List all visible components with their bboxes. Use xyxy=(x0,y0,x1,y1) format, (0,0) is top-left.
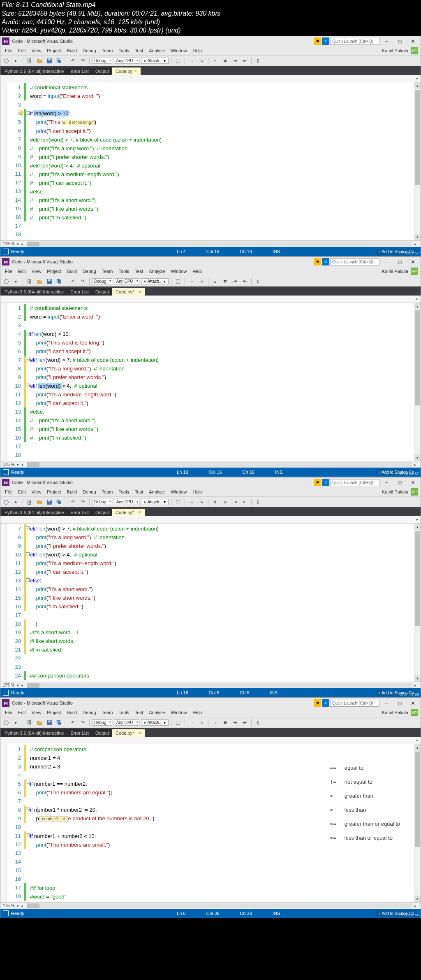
menu-project[interactable]: Project xyxy=(44,489,64,494)
open-file-icon[interactable] xyxy=(35,277,44,286)
undo-icon[interactable]: ↶ xyxy=(69,498,77,506)
minimize-button[interactable]: ─ xyxy=(380,699,393,707)
menu-file[interactable]: File xyxy=(2,710,15,715)
code-content[interactable]: # conditional statementsword = input("En… xyxy=(30,303,421,461)
scroll-left-icon[interactable]: ◂ xyxy=(19,463,25,467)
notification-flag-icon[interactable]: ⚑ xyxy=(314,479,321,486)
scroll-up-icon[interactable]: ▴ xyxy=(414,744,421,751)
scroll-down-icon[interactable]: ▾ xyxy=(414,675,421,682)
menu-build[interactable]: Build xyxy=(64,489,80,494)
step-icon2[interactable]: ↳ xyxy=(197,277,206,286)
code-editor[interactable]: 123456789101112131415161718 − # conditio… xyxy=(0,82,421,240)
nav-back-icon[interactable]: ◯ xyxy=(2,719,10,727)
step-icon2[interactable]: ↳ xyxy=(197,719,206,727)
menu-file[interactable]: File xyxy=(2,269,15,274)
menu-help[interactable]: Help xyxy=(190,48,205,53)
collapse-toggle[interactable]: − xyxy=(26,782,30,785)
nav-fwd-icon[interactable]: ▸ xyxy=(12,719,20,727)
menu-analyze[interactable]: Analyze xyxy=(146,489,168,494)
tab-interactive[interactable]: Python 3.6 (64-bit) Interactive xyxy=(1,509,67,516)
notification-flag-icon[interactable]: ⚑ xyxy=(314,699,321,707)
scroll-left-icon[interactable]: ◂ xyxy=(19,683,25,687)
menu-project[interactable]: Project xyxy=(44,269,64,274)
menu-view[interactable]: View xyxy=(29,489,44,494)
menu-window[interactable]: Window xyxy=(168,710,190,715)
uncomment-icon[interactable]: ≢ xyxy=(221,719,229,727)
step-icon[interactable]: → xyxy=(187,498,196,506)
menu-team[interactable]: Team xyxy=(99,48,116,53)
tab-errorlist[interactable]: Error List xyxy=(67,729,92,737)
tab-code-active[interactable]: Code.py ✕ xyxy=(112,68,141,75)
redo-icon[interactable]: ↷ xyxy=(79,57,87,65)
tab-output[interactable]: Output xyxy=(92,288,112,296)
bookmark-icon[interactable]: ▯ xyxy=(254,719,262,727)
menu-edit[interactable]: Edit xyxy=(15,269,29,274)
vertical-scrollbar[interactable]: ▴ ▾ xyxy=(414,82,421,240)
collapse-toggle[interactable]: − xyxy=(26,578,30,582)
menu-tools[interactable]: Tools xyxy=(116,269,132,274)
tab-interactive[interactable]: Python 3.6 (64-bit) Interactive xyxy=(1,68,67,75)
outdent-icon[interactable]: ⇤ xyxy=(241,498,249,506)
tab-code-active[interactable]: Code.py* xyxy=(112,288,145,296)
indent-icon[interactable]: ⇥ xyxy=(231,277,239,286)
close-button[interactable]: ✕ xyxy=(407,699,419,707)
close-button[interactable]: ✕ xyxy=(407,478,419,487)
scroll-right-icon[interactable]: ▸ xyxy=(412,683,418,687)
horizontal-scrollbar[interactable] xyxy=(27,683,412,688)
scroll-up-icon[interactable]: ▴ xyxy=(414,303,421,310)
menu-edit[interactable]: Edit xyxy=(15,710,29,715)
tab-code-active[interactable]: Code.py* xyxy=(112,509,145,516)
new-file-icon[interactable] xyxy=(25,277,34,286)
code-content[interactable]: elif len(word) > 7: # block of code (col… xyxy=(30,524,421,682)
notification-badge[interactable]: 4 xyxy=(322,37,329,45)
collapse-toggle[interactable]: − xyxy=(26,526,30,530)
nav-fwd-icon[interactable]: ▸ xyxy=(12,277,20,286)
menu-help[interactable]: Help xyxy=(190,269,205,274)
redo-icon[interactable]: ↷ xyxy=(79,719,87,727)
comment-icon[interactable]: ≡ xyxy=(211,277,219,286)
menu-debug[interactable]: Debug xyxy=(80,489,99,494)
user-label[interactable]: Kamil PakulaKP xyxy=(382,268,418,275)
indent-icon[interactable]: ⇥ xyxy=(231,719,239,727)
save-icon[interactable] xyxy=(45,719,53,727)
menu-edit[interactable]: Edit xyxy=(15,489,29,494)
save-icon[interactable] xyxy=(45,277,53,286)
minimize-button[interactable]: ─ xyxy=(380,258,393,266)
menu-tools[interactable]: Tools xyxy=(116,489,132,494)
save-all-icon[interactable] xyxy=(55,57,63,65)
menu-test[interactable]: Test xyxy=(132,48,146,53)
vertical-scrollbar[interactable]: ▴ ▾ xyxy=(414,744,421,902)
step-icon2[interactable]: ↳ xyxy=(197,498,206,506)
comment-icon[interactable]: ≡ xyxy=(211,719,219,727)
minimize-button[interactable]: ─ xyxy=(380,478,393,487)
outdent-icon[interactable]: ⇤ xyxy=(241,719,249,727)
scroll-right-icon[interactable]: ▸ xyxy=(412,242,418,246)
menu-view[interactable]: View xyxy=(29,710,44,715)
scroll-left-icon[interactable]: ◂ xyxy=(19,242,25,246)
menu-window[interactable]: Window xyxy=(168,269,190,274)
tab-output[interactable]: Output xyxy=(92,729,112,737)
lightbulb-icon[interactable] xyxy=(19,110,24,116)
menu-project[interactable]: Project xyxy=(44,48,64,53)
code-content[interactable]: # conditional statementsword = input("En… xyxy=(30,82,421,240)
menu-window[interactable]: Window xyxy=(168,48,190,53)
save-all-icon[interactable] xyxy=(55,277,63,286)
new-file-icon[interactable] xyxy=(25,57,34,65)
outdent-icon[interactable]: ⇤ xyxy=(241,277,249,286)
menu-analyze[interactable]: Analyze xyxy=(146,710,168,715)
quick-launch-input[interactable] xyxy=(330,38,379,45)
user-label[interactable]: Kamil PakulaKP xyxy=(382,47,418,54)
menu-tools[interactable]: Tools xyxy=(116,710,132,715)
quick-launch-input[interactable] xyxy=(330,479,379,486)
tool-icon[interactable] xyxy=(174,719,182,727)
menu-edit[interactable]: Edit xyxy=(15,48,29,53)
code-editor[interactable]: 123456789101112131415161718 −−− # condit… xyxy=(0,303,421,461)
new-file-icon[interactable] xyxy=(25,719,34,727)
platform-dropdown[interactable]: Any CPU xyxy=(114,278,139,284)
maximize-button[interactable]: ▢ xyxy=(393,258,406,266)
minimize-button[interactable]: ─ xyxy=(380,37,393,45)
redo-icon[interactable]: ↷ xyxy=(79,498,87,506)
open-file-icon[interactable] xyxy=(35,498,44,506)
menu-help[interactable]: Help xyxy=(190,489,205,494)
notification-flag-icon[interactable]: ⚑ xyxy=(314,258,321,265)
